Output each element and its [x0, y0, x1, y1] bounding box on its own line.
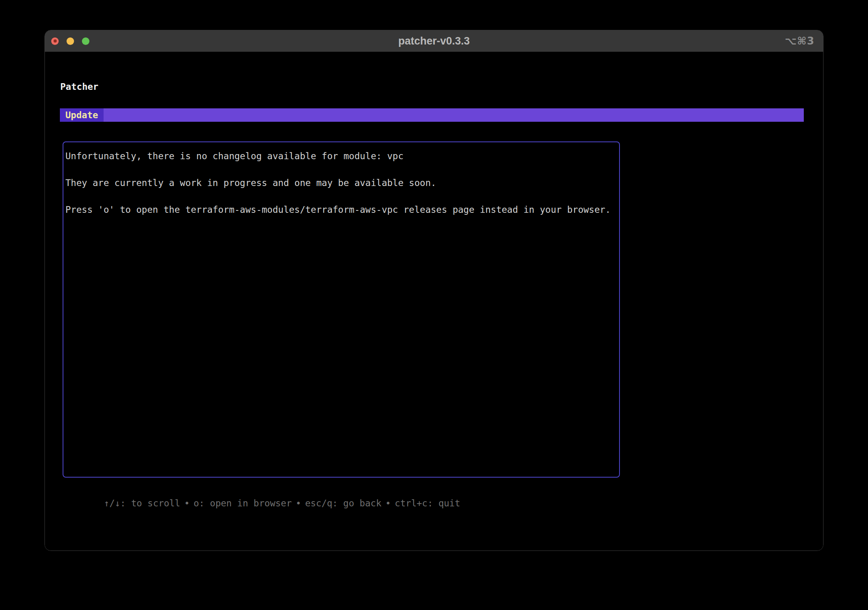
help-item-open: o: open in browser [194, 498, 292, 508]
changelog-line: Unfortunately, there is no changelog ava… [65, 149, 616, 163]
desktop-background: patcher-v0.3.3 ⌥⌘3 Patcher Update Unfort… [0, 0, 868, 610]
help-item-quit: ctrl+c: quit [395, 498, 460, 508]
help-separator: • [180, 498, 194, 508]
window-titlebar[interactable]: patcher-v0.3.3 ⌥⌘3 [45, 30, 823, 52]
tab-update[interactable]: Update [60, 108, 104, 122]
terminal-window: patcher-v0.3.3 ⌥⌘3 Patcher Update Unfort… [45, 30, 823, 551]
app-title: Patcher [60, 80, 98, 93]
terminal-content: Patcher Update Unfortunately, there is n… [45, 52, 823, 550]
help-separator: • [382, 498, 395, 508]
help-separator: • [292, 498, 305, 508]
changelog-line: They are currently a work in progress an… [65, 176, 616, 190]
help-item-back: esc/q: go back [305, 498, 382, 508]
help-bar: ↑/↓: to scroll•o: open in browser•esc/q:… [60, 483, 460, 497]
changelog-line: Press 'o' to open the terraform-aws-modu… [65, 203, 616, 216]
help-item-scroll: ↑/↓: to scroll [104, 498, 180, 508]
changelog-line [65, 190, 616, 203]
window-title: patcher-v0.3.3 [45, 30, 823, 52]
window-shortcut-hint: ⌥⌘3 [785, 30, 814, 52]
changelog-line [65, 163, 616, 176]
changelog-panel[interactable]: Unfortunately, there is no changelog ava… [63, 141, 620, 478]
tab-bar: Update [60, 108, 804, 122]
